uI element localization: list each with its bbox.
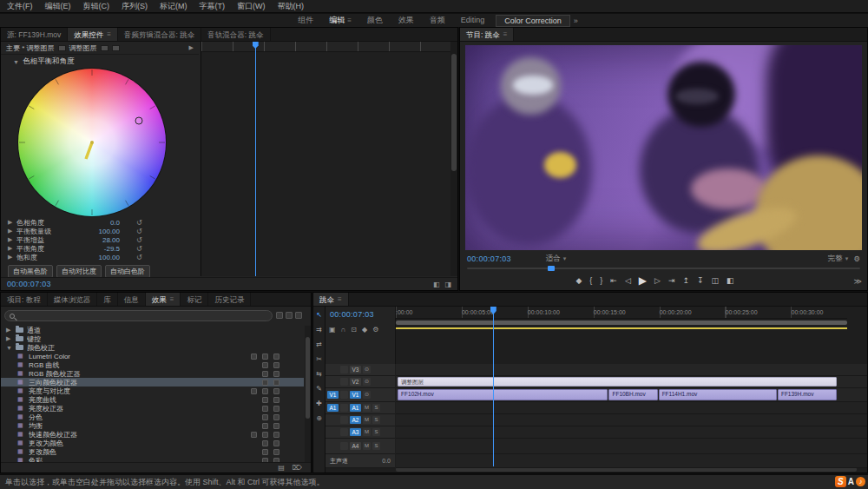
track-header[interactable]: V1V1⊙: [326, 388, 395, 402]
param-value[interactable]: -29.5: [83, 245, 120, 253]
reset-param-icon[interactable]: ↺: [136, 236, 142, 244]
extract-icon[interactable]: ↧: [697, 276, 704, 285]
track-name-badge[interactable]: A3: [350, 428, 361, 436]
hand-tool[interactable]: ✚: [316, 400, 322, 407]
track-lane[interactable]: [396, 426, 867, 439]
track-eye-toggle[interactable]: ⊙: [363, 391, 371, 399]
ec-mini-timeline[interactable]: [201, 42, 450, 276]
effects-search-input[interactable]: [18, 312, 267, 320]
panel-menu-icon[interactable]: ≡: [338, 293, 342, 307]
workspace-tab[interactable]: 组件: [290, 14, 321, 27]
panel-tab[interactable]: 跳伞 ≡: [313, 293, 349, 306]
track-patch-badge[interactable]: V1: [327, 391, 339, 399]
auto-button[interactable]: 自动对比度: [56, 265, 102, 278]
selection-tool[interactable]: ↖: [316, 311, 322, 319]
lift-icon[interactable]: ↥: [683, 276, 690, 285]
program-scrub-playhead[interactable]: [548, 266, 555, 271]
track-lane[interactable]: [396, 402, 867, 414]
track-patch-badge[interactable]: [327, 416, 339, 424]
comparison-view-icon[interactable]: ◧: [727, 276, 734, 285]
menu-item[interactable]: 剪辑(C): [83, 1, 110, 12]
track-patch-badge[interactable]: [327, 442, 339, 450]
zoom-in-icon[interactable]: ◨: [444, 281, 451, 288]
param-value[interactable]: 0.0: [83, 219, 120, 227]
step-back-icon[interactable]: ◁: [625, 276, 631, 285]
disclosure-icon[interactable]: ▶: [8, 228, 14, 235]
timeline-clip[interactable]: FF114H1.mov: [659, 389, 777, 400]
track-patch-badge[interactable]: A1: [327, 404, 339, 412]
track-solo-toggle[interactable]: S: [372, 404, 380, 412]
menu-item[interactable]: 帮助(H): [278, 1, 305, 12]
zoom-level-select[interactable]: 适合 ▾: [546, 254, 567, 264]
track-solo-toggle[interactable]: S: [372, 416, 380, 424]
delete-icon[interactable]: ⌦: [293, 464, 302, 472]
timeline-clip[interactable]: FF102H.mov: [398, 389, 608, 400]
track-header[interactable]: 主声道0.0: [326, 454, 395, 468]
track-header[interactable]: A2MS: [326, 414, 395, 426]
scrubber-track[interactable]: [467, 268, 860, 269]
ec-timecode[interactable]: 00:00:07:03: [7, 280, 51, 288]
effect-item-row[interactable]: ▦三向颜色校正器: [1, 378, 304, 387]
effect-item-row[interactable]: ▦亮度与对比度: [1, 387, 304, 395]
effects-search-box[interactable]: [4, 310, 273, 321]
ec-ruler[interactable]: [201, 42, 450, 52]
menu-item[interactable]: 标记(M): [160, 1, 187, 12]
track-lane[interactable]: [396, 454, 867, 468]
effect-item-row[interactable]: ▦亮度曲线: [1, 395, 304, 404]
effect-item-row[interactable]: ▦色彩: [1, 456, 304, 462]
track-header[interactable]: A1A1MS: [326, 402, 395, 414]
pen-tool[interactable]: ✎: [316, 385, 322, 393]
workspace-overflow-icon[interactable]: »: [574, 17, 578, 25]
track-patch-badge[interactable]: [327, 366, 339, 373]
settings-icon[interactable]: ⚙: [853, 254, 860, 263]
track-lock-toggle[interactable]: [340, 442, 348, 450]
menu-item[interactable]: 编辑(E): [45, 1, 71, 12]
master-clip-label[interactable]: 主要 * 调整图层: [6, 43, 55, 53]
collapse-icon[interactable]: ▶: [189, 44, 194, 51]
track-lane[interactable]: [396, 439, 867, 454]
track-mute-toggle[interactable]: M: [363, 416, 371, 424]
timeline-clip[interactable]: 调整图层: [398, 377, 836, 387]
hue-balance-color-wheel[interactable]: [18, 69, 166, 216]
effect-section-row[interactable]: ▼ 色相平衡和角度: [1, 55, 201, 67]
panel-tab[interactable]: 效果≡: [146, 293, 181, 306]
effect-item-row[interactable]: ▦均衡: [1, 421, 304, 430]
panel-tab[interactable]: 库: [97, 293, 118, 306]
scrollbar[interactable]: [305, 326, 311, 462]
menu-item[interactable]: 窗口(W): [237, 1, 266, 12]
track-lock-toggle[interactable]: [340, 391, 348, 399]
effects-folder-row[interactable]: ▶键控: [1, 334, 304, 343]
balance-crosshair[interactable]: [135, 117, 142, 124]
disclosure-icon[interactable]: ▶: [8, 254, 14, 261]
track-patch-badge[interactable]: [327, 378, 339, 386]
track-name-badge[interactable]: V3: [350, 366, 361, 373]
effect-item-row[interactable]: ▦Lumetri Color: [1, 352, 304, 360]
ec-playhead[interactable]: [255, 42, 256, 276]
snap-icon[interactable]: ∩: [341, 326, 346, 334]
track-lane[interactable]: [396, 414, 867, 426]
track-header[interactable]: A4MS: [326, 439, 395, 454]
mark-out-icon[interactable]: }: [600, 276, 602, 285]
timeline-ruler[interactable]: :00:0000:00:05:0000:00:10:0000:00:15:000…: [396, 307, 847, 319]
effect-item-row[interactable]: ▦亮度校正器: [1, 404, 304, 413]
track-lock-toggle[interactable]: [340, 378, 348, 386]
auto-button[interactable]: 自动黑色阶: [8, 265, 53, 278]
param-value[interactable]: 28.00: [83, 236, 120, 244]
reset-param-icon[interactable]: ↺: [136, 228, 142, 235]
track-lock-toggle[interactable]: [340, 416, 348, 424]
zoom-tool[interactable]: ⊕: [316, 414, 322, 422]
filter-yuv-icon[interactable]: [295, 312, 302, 319]
track-select-tool[interactable]: ⇉: [316, 326, 322, 334]
panel-menu-icon[interactable]: ≡: [347, 14, 352, 27]
track-name-badge[interactable]: A2: [350, 416, 361, 424]
panel-tab[interactable]: 音轨混合器: 跳伞: [201, 28, 270, 41]
master-track-value[interactable]: 0.0: [382, 458, 393, 464]
effect-item-row[interactable]: ▦分色: [1, 413, 304, 421]
timeline-settings-icon[interactable]: ⚙: [372, 326, 378, 334]
param-value[interactable]: 100.00: [83, 228, 120, 235]
program-timecode[interactable]: 00:00:07:03: [467, 254, 511, 263]
play-icon[interactable]: ▶: [639, 274, 647, 287]
effect-item-row[interactable]: ▦RGB 颜色校正器: [1, 369, 304, 378]
mark-in-icon[interactable]: {: [589, 276, 592, 285]
go-to-out-icon[interactable]: ⇥: [668, 276, 675, 285]
